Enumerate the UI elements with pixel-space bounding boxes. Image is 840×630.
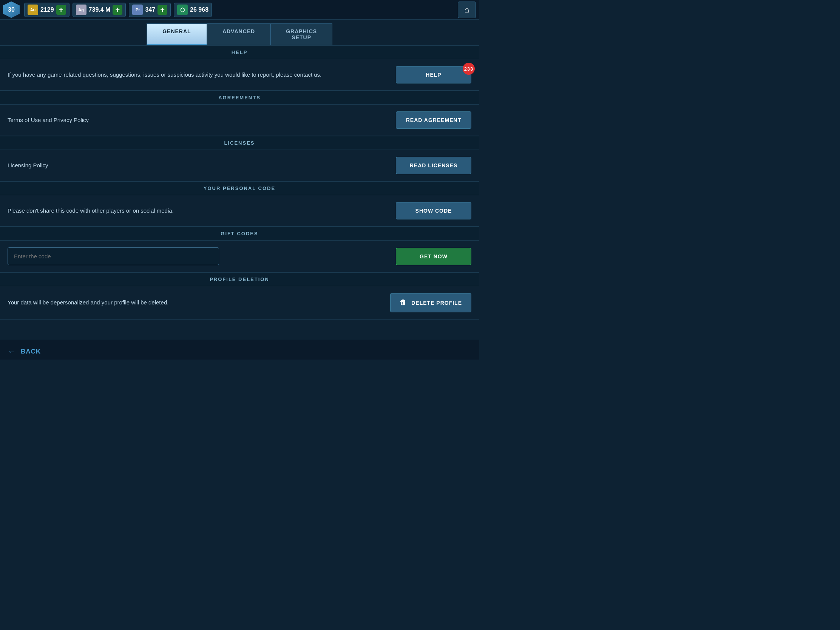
add-platinum-button[interactable]: + xyxy=(158,5,167,15)
show-code-button[interactable]: SHOW CODE xyxy=(396,202,471,219)
main-content: HELP If you have any game-related questi… xyxy=(0,45,479,340)
platinum-icon: Pt xyxy=(132,5,143,15)
tab-advanced[interactable]: ADVANCED xyxy=(207,24,270,45)
agreements-text: Terms of Use and Privacy Policy xyxy=(8,116,89,125)
agreements-header: AGREEMENTS xyxy=(0,91,479,105)
tab-graphics[interactable]: GRAPHICSSETUP xyxy=(270,24,332,45)
personal-code-header: YOUR PERSONAL CODE xyxy=(0,181,479,195)
agreements-row: Terms of Use and Privacy Policy READ AGR… xyxy=(0,105,479,136)
back-arrow-icon: ← xyxy=(8,347,16,357)
shield-value: 26 968 xyxy=(190,6,208,13)
bottom-bar: ← BACK xyxy=(0,340,479,360)
tab-general[interactable]: GENERAL xyxy=(147,24,207,45)
silver-icon: Ag xyxy=(76,5,87,15)
get-now-button[interactable]: GET NOW xyxy=(396,248,471,265)
silver-value: 739.4 M xyxy=(89,6,111,13)
profile-deletion-text: Your data will be depersonalized and you… xyxy=(8,298,169,307)
back-label: BACK xyxy=(21,348,41,355)
top-bar: 30 Au 2129 + Ag 739.4 M + Pt 347 + ⬡ 26 … xyxy=(0,0,479,20)
platinum-resource: Pt 347 + xyxy=(129,3,171,17)
personal-code-text: Please don't share this code with other … xyxy=(8,207,174,215)
tabs-container: GENERAL ADVANCED GRAPHICSSETUP xyxy=(0,20,479,45)
back-button[interactable]: ← BACK xyxy=(8,347,41,357)
help-text: If you have any game-related questions, … xyxy=(8,71,321,79)
personal-code-row: Please don't share this code with other … xyxy=(0,195,479,227)
help-button[interactable]: HELP 233 xyxy=(396,66,471,84)
shield-icon: ⬡ xyxy=(177,5,188,15)
silver-resource: Ag 739.4 M + xyxy=(73,3,126,17)
read-licenses-button[interactable]: READ LICENSES xyxy=(396,157,471,174)
profile-deletion-row: Your data will be depersonalized and you… xyxy=(0,286,479,319)
profile-deletion-header: PROFILE DELETION xyxy=(0,272,479,286)
level-badge: 30 xyxy=(3,2,20,18)
gift-codes-row: GET NOW xyxy=(0,241,479,272)
trash-icon: 🗑 xyxy=(399,299,407,307)
add-silver-button[interactable]: + xyxy=(112,5,122,15)
platinum-value: 347 xyxy=(145,6,155,13)
gift-code-input[interactable] xyxy=(8,247,219,265)
gift-codes-header: GIFT CODES xyxy=(0,227,479,241)
delete-profile-button[interactable]: 🗑 DELETE PROFILE xyxy=(390,293,471,313)
gold-value: 2129 xyxy=(40,6,54,13)
house-button[interactable]: ⌂ xyxy=(458,2,476,18)
licensing-policy-text: Licensing Policy xyxy=(8,161,48,170)
add-gold-button[interactable]: + xyxy=(56,5,66,15)
read-agreement-button[interactable]: READ AGREEMENT xyxy=(396,111,471,129)
partial-section-header: HELP xyxy=(0,45,479,59)
gold-resource: Au 2129 + xyxy=(24,3,69,17)
notification-badge: 233 xyxy=(463,63,475,75)
shield-resource: ⬡ 26 968 xyxy=(174,3,212,17)
licenses-row: Licensing Policy READ LICENSES xyxy=(0,150,479,181)
help-row: If you have any game-related questions, … xyxy=(0,59,479,91)
gold-icon: Au xyxy=(28,5,38,15)
licenses-header: LICENSES xyxy=(0,136,479,150)
